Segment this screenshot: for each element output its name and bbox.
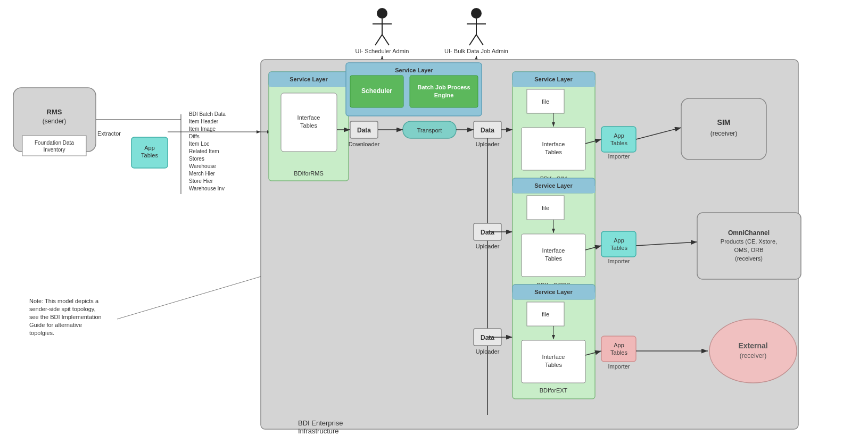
data-item-4: Diffs (189, 133, 200, 139)
app-tables-rms-label: App (144, 145, 155, 151)
data-item-11: Warehouse Inv (189, 186, 225, 191)
bdiforext-label: BDIforEXT (540, 387, 568, 394)
batch-engine-label: Batch Job Process (417, 84, 470, 90)
external-label: External (738, 341, 767, 350)
note-line4: Guide for alternative (29, 322, 82, 328)
external-receiver-label: (receiver) (740, 352, 767, 359)
svg-line-4 (382, 35, 389, 45)
svg-line-42 (117, 277, 261, 319)
app-tables-sim-box (601, 127, 636, 152)
bdiforocds-interface-tables-label: Interface (542, 247, 565, 254)
data-item-7: Stores (189, 156, 204, 162)
data-item-9: Merch Hier (189, 171, 216, 177)
app-tables-ocds-box (601, 231, 636, 257)
importer-sim-label: Importer (608, 153, 630, 160)
bdiforrms-service-layer-label: Service Layer (290, 76, 328, 82)
svg-line-3 (375, 35, 382, 45)
data-item-5: Item Loc (189, 141, 209, 147)
data-item-2: Item Header (189, 119, 219, 124)
bdiforrms-label: BDIforRMS (294, 170, 324, 177)
app-tables-ocds-label2: Tables (610, 245, 627, 251)
batch-engine-box (410, 76, 478, 107)
app-tables-sim-label2: Tables (610, 140, 627, 146)
bulk-admin-label: UI- Bulk Data Job Admin (444, 48, 508, 54)
inventory-label: Inventory (43, 147, 65, 153)
bdiforext-service-layer-label: Service Layer (534, 289, 573, 295)
bdiforsim-interface-tables-label: Interface (542, 141, 565, 147)
foundation-data-label: Foundation Data (35, 140, 74, 146)
bulk-data-admin-actor: UI- Bulk Data Job Admin (444, 8, 508, 54)
main-infrastructure-label2: Infrastructure (298, 427, 339, 435)
omnichannel-label: OmniChannel (728, 229, 770, 237)
scheduler-label: Scheduler (361, 87, 392, 95)
bdiforsim-service-layer-label: Service Layer (534, 76, 573, 82)
data-ocds-label: Data (481, 229, 494, 236)
foundation-data-box (22, 136, 86, 156)
scheduler-admin-label: UI- Scheduler Admin (356, 48, 409, 54)
data-ext-label: Data (481, 334, 494, 341)
app-tables-sim-label: App (614, 132, 624, 139)
data-downloader-label: Data (357, 127, 371, 134)
app-tables-ext-label2: Tables (610, 349, 627, 356)
sim-label: SIM (717, 118, 731, 127)
diagram-container: UI- Scheduler Admin UI- Bulk Data Job Ad… (0, 0, 868, 435)
importer-ocds-label: Importer (608, 258, 630, 264)
sim-box (681, 98, 766, 160)
app-tables-rms-label2: Tables (141, 152, 158, 158)
omnichannel-label3: OMS, ORB (734, 247, 763, 253)
svg-line-8 (469, 35, 476, 45)
note-line2: sender-side spit topology, (29, 306, 96, 312)
note-line1: Note: This model depicts a (29, 298, 99, 304)
data-item-1: BDI Batch Data (189, 111, 226, 117)
omnichannel-box (697, 213, 801, 279)
omnichannel-label2: Products (CE, Xstore, (721, 238, 777, 245)
svg-line-9 (476, 35, 483, 45)
main-infrastructure-label: BDI Enterprise (298, 419, 343, 427)
downloader-label: Downloader (349, 141, 380, 147)
svg-point-0 (377, 8, 387, 19)
svg-point-5 (471, 8, 482, 19)
importer-ext-label: Importer (608, 363, 630, 370)
omnichannel-label4: (receivers) (735, 255, 763, 262)
data-item-6: Related Item (189, 148, 219, 154)
bdiforrms-interface-tables-label: Interface (297, 114, 320, 121)
rms-sender-label: (sender) (43, 118, 67, 125)
uploader-ext-label: Uploader (476, 348, 500, 355)
data-uploader-top-label: Data (481, 127, 494, 134)
extractor-label: Extractor (97, 130, 121, 137)
data-item-8: Warehouse (189, 163, 216, 169)
main-svg: UI- Scheduler Admin UI- Bulk Data Job Ad… (0, 0, 868, 435)
app-tables-ext-label: App (614, 342, 624, 348)
uploader-ocds-label: Uploader (476, 243, 500, 249)
transport-label: Transport (417, 127, 442, 133)
bdiforext-file-label: file (542, 311, 549, 317)
bdiforocds-interface-tables-label2: Tables (545, 255, 562, 262)
bdiforocds-service-layer-label: Service Layer (534, 182, 573, 189)
scheduler-service-layer-label: Service Layer (395, 67, 433, 73)
app-tables-ext-box (601, 336, 636, 362)
note-line3: see the BDI Implementation (29, 314, 102, 320)
external-box (709, 319, 797, 383)
data-item-10: Store Hier (189, 178, 213, 184)
rms-label: RMS (47, 108, 62, 116)
bdiforocds-file-label: file (542, 205, 549, 211)
bdiforsim-interface-tables-label2: Tables (545, 149, 562, 155)
note-line5: topolgies. (29, 330, 54, 336)
bdiforrms-interface-tables-label2: Tables (300, 122, 317, 129)
batch-engine-label2: Engine (434, 92, 454, 98)
app-tables-ocds-label: App (614, 237, 624, 244)
scheduler-admin-actor: UI- Scheduler Admin (356, 8, 409, 54)
bdiforext-interface-tables-label: Interface (542, 354, 565, 360)
sim-receiver-label: (receiver) (710, 130, 738, 137)
bdiforsim-file-label: file (542, 98, 549, 105)
data-item-3: Item Image (189, 126, 216, 132)
bdiforext-interface-tables-label2: Tables (545, 362, 562, 368)
